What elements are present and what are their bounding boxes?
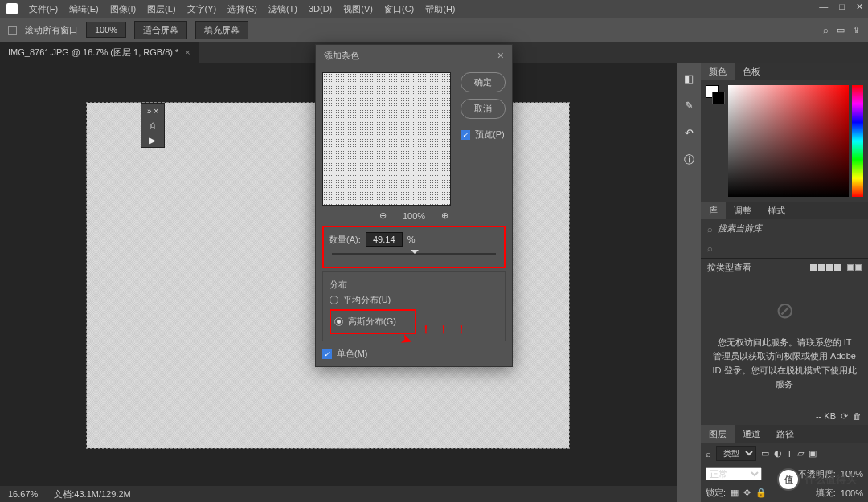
gaussian-radio[interactable]: 高斯分布(G) (334, 316, 411, 328)
menu-view[interactable]: 视图(V) (343, 3, 373, 15)
scroll-all-label: 滚动所有窗口 (25, 24, 78, 36)
search-icon: ⌕ (707, 243, 713, 253)
tab-libraries[interactable]: 库 (701, 202, 726, 219)
menu-layer[interactable]: 图层(L) (147, 3, 175, 15)
history-icon[interactable]: ↶ (682, 125, 696, 140)
right-panel: 颜色 色板 库 调整 样式 ⌕搜索当前库 ⌕ 按类型查看 ⊘ (701, 63, 868, 502)
sync-icon[interactable]: ⟳ (841, 411, 848, 422)
fill-screen-button[interactable]: 填充屏幕 (195, 21, 248, 39)
percent-label: % (407, 235, 416, 244)
filter-adjust-icon[interactable]: ◐ (774, 448, 782, 459)
options-bar: 滚动所有窗口 100% 适合屏幕 填充屏幕 ⌕ ▭ ⇪ (0, 18, 868, 42)
zoom-100-button[interactable]: 100% (86, 22, 126, 38)
app-logo (6, 3, 18, 14)
menu-edit[interactable]: 编辑(E) (69, 3, 99, 15)
dialog-title: 添加杂色 (324, 50, 359, 62)
status-bar: 16.67% 文档:43.1M/129.2M (0, 486, 677, 502)
search-icon: ⌕ (707, 224, 713, 234)
workspace-icon[interactable]: ▭ (837, 25, 845, 35)
grid-view-icon[interactable] (810, 264, 841, 271)
share-icon[interactable]: ⇪ (853, 25, 860, 35)
lock-label: 锁定: (706, 487, 726, 499)
cancel-button[interactable]: 取消 (461, 99, 506, 119)
fit-screen-button[interactable]: 适合屏幕 (134, 21, 187, 39)
lock-pixels-icon[interactable]: ▦ (731, 488, 739, 498)
play-icon[interactable]: ▶ (141, 133, 164, 147)
zoom-out-icon[interactable]: ⊖ (379, 210, 387, 221)
kind-select[interactable]: 类型 (716, 446, 756, 461)
swatches-icon[interactable]: ◧ (682, 71, 696, 85)
library-search[interactable]: 搜索当前库 (718, 222, 762, 235)
menu-file[interactable]: 文件(F) (29, 3, 58, 15)
no-access-text: 您无权访问此服务。请联系您的 IT 管理员以获取访问权限或使用 Adobe ID… (712, 336, 857, 392)
filter-image-icon[interactable]: ▭ (761, 448, 769, 459)
lib-panel-tabs: 库 调整 样式 (701, 202, 868, 219)
dialog-close-icon[interactable]: × (497, 49, 504, 62)
maximize-button[interactable]: □ (839, 2, 845, 12)
tab-styles[interactable]: 样式 (760, 202, 793, 219)
menu-help[interactable]: 帮助(H) (425, 3, 455, 15)
status-zoom[interactable]: 16.67% (8, 489, 38, 499)
search-icon[interactable]: ⌕ (823, 25, 829, 35)
cloud-off-icon: ⊘ (712, 293, 857, 329)
layers-panel-tabs: 图层 通道 路径 (701, 425, 868, 443)
status-doc[interactable]: 文档:43.1M/129.2M (54, 488, 130, 500)
tab-adjustments[interactable]: 调整 (726, 202, 760, 219)
kind-filter-icon[interactable]: ⌕ (706, 449, 711, 459)
ok-button[interactable]: 确定 (461, 72, 506, 92)
zoom-in-icon[interactable]: ⊕ (441, 210, 448, 221)
minimize-button[interactable]: — (819, 2, 828, 12)
tab-close-icon[interactable]: × (185, 47, 190, 57)
amount-input[interactable] (366, 232, 403, 247)
filter-type-icon[interactable]: T (787, 449, 792, 459)
menu-3d[interactable]: 3D(D) (309, 4, 332, 14)
amount-slider[interactable] (332, 253, 496, 255)
collapse-icon[interactable]: » × (141, 104, 164, 118)
menu-window[interactable]: 窗口(C) (384, 3, 414, 15)
tab-channels[interactable]: 通道 (735, 425, 768, 443)
color-picker[interactable] (701, 80, 868, 202)
floating-toolbar[interactable]: » × ⎙ ▶ (141, 103, 165, 148)
view-by-label[interactable]: 按类型查看 (707, 262, 751, 274)
preview-checkbox[interactable]: ✓预览(P) (461, 129, 506, 141)
distribution-group: 分布 平均分布(U) 高斯分布(G) (322, 271, 506, 341)
info-icon[interactable]: ⓘ (682, 153, 696, 167)
zoom-level: 100% (403, 211, 425, 221)
menu-select[interactable]: 选择(S) (227, 3, 257, 15)
menu-filter[interactable]: 滤镜(T) (268, 3, 297, 15)
distribution-label: 分布 (330, 279, 498, 291)
tab-paths[interactable]: 路径 (768, 425, 802, 443)
menu-image[interactable]: 图像(I) (110, 3, 136, 15)
noise-preview[interactable] (322, 72, 451, 206)
blend-mode-select[interactable]: 正常 (706, 467, 762, 480)
monochrome-checkbox[interactable]: ✓单色(M) (322, 348, 506, 360)
filter-smart-icon[interactable]: ▣ (809, 448, 817, 459)
panel-dock: ◧ ✎ ↶ ⓘ (677, 63, 701, 502)
hue-slider[interactable] (852, 85, 863, 197)
tab-color[interactable]: 颜色 (701, 63, 735, 80)
add-noise-dialog: 添加杂色 × 确定 取消 ✓预览(P) ⊖ 100% ⊕ 数量(A): % 分布… (315, 44, 513, 367)
fg-bg-swatch[interactable] (706, 85, 725, 104)
lock-all-icon[interactable]: 🔒 (755, 488, 767, 498)
lock-position-icon[interactable]: ✥ (743, 488, 751, 498)
brush-icon[interactable]: ✎ (682, 98, 696, 112)
color-field[interactable] (728, 85, 849, 197)
uniform-radio[interactable]: 平均分布(U) (330, 294, 498, 306)
ruler-icon[interactable]: ⎙ (141, 118, 164, 133)
tab-swatches[interactable]: 色板 (735, 63, 768, 80)
menu-type[interactable]: 文字(Y) (187, 3, 217, 15)
amount-label: 数量(A): (329, 234, 361, 246)
filter-shape-icon[interactable]: ▱ (797, 448, 804, 459)
document-tab[interactable]: IMG_8761.JPG @ 16.7% (图层 1, RGB/8) * × (0, 42, 199, 63)
amount-highlight: 数量(A): % (322, 226, 506, 268)
scroll-all-checkbox[interactable] (8, 26, 17, 35)
document-tab-label: IMG_8761.JPG @ 16.7% (图层 1, RGB/8) * (8, 47, 178, 59)
list-view-icon[interactable] (847, 264, 862, 271)
color-panel-tabs: 颜色 色板 (701, 63, 868, 80)
close-button[interactable]: ✕ (856, 2, 863, 12)
watermark: 值 什么值得买 (777, 468, 857, 491)
menubar: 文件(F) 编辑(E) 图像(I) 图层(L) 文字(Y) 选择(S) 滤镜(T… (0, 0, 868, 18)
trash-icon[interactable]: 🗑 (853, 411, 862, 422)
tab-layers[interactable]: 图层 (701, 425, 735, 443)
watermark-icon: 值 (777, 468, 800, 491)
